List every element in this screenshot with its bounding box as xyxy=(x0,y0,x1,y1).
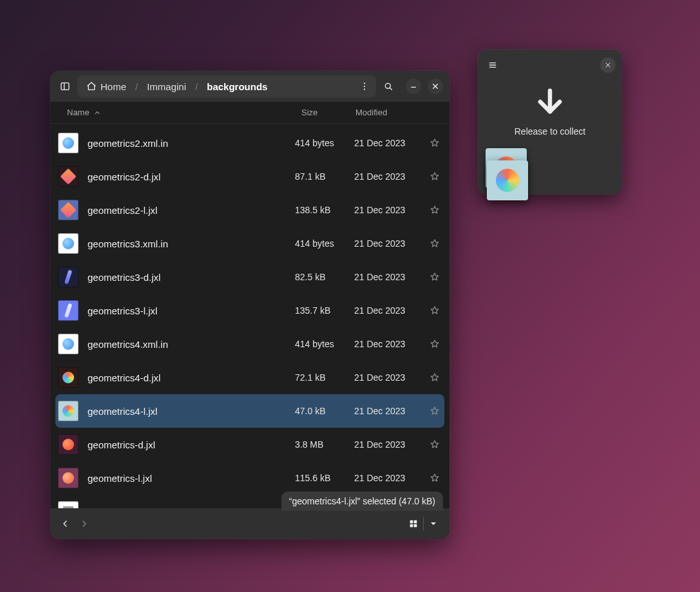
column-label: Name xyxy=(67,108,90,117)
star-button[interactable] xyxy=(428,171,442,182)
collect-menu-button[interactable] xyxy=(484,57,501,73)
selection-status: “geometrics4-l.jxl” selected (47.0 kB) xyxy=(281,492,443,511)
path-menu-button[interactable] xyxy=(357,75,372,97)
file-row[interactable]: geometrics3.xml.in414 bytes21 Dec 2023 xyxy=(55,227,444,260)
search-button[interactable] xyxy=(380,78,397,95)
chevron-right-icon xyxy=(79,519,90,529)
star-button[interactable] xyxy=(428,339,442,349)
grid-view-button[interactable] xyxy=(404,513,423,534)
column-modified-header[interactable]: Modified xyxy=(355,108,431,117)
file-row[interactable]: geometrics2-d.jxl87.1 kB21 Dec 2023 xyxy=(55,160,444,193)
svg-point-4 xyxy=(364,89,365,90)
minimize-icon xyxy=(408,81,419,91)
file-type-icon xyxy=(58,233,79,254)
collect-header xyxy=(484,56,616,74)
star-button[interactable] xyxy=(428,272,442,282)
file-type-icon xyxy=(58,166,79,187)
file-modified: 21 Dec 2023 xyxy=(354,406,419,416)
star-button[interactable] xyxy=(428,406,442,416)
nav-forward-button[interactable] xyxy=(76,515,93,532)
titlebar: Home / Immagini / backgrounds xyxy=(50,71,449,102)
svg-rect-10 xyxy=(410,520,413,524)
sidebar-toggle-button[interactable] xyxy=(57,78,73,95)
star-button[interactable] xyxy=(428,473,442,483)
file-row[interactable]: geometrics-l.jxl115.6 kB21 Dec 2023 xyxy=(55,461,444,495)
breadcrumb-separator: / xyxy=(134,81,139,92)
file-row[interactable]: geometrics3-d.jxl82.5 kB21 Dec 2023 xyxy=(55,260,444,294)
breadcrumb-segment[interactable]: Immagini xyxy=(142,79,191,95)
file-name: geometrics3-l.jxl xyxy=(88,305,286,316)
file-row[interactable]: geometrics-d.jxl3.8 MB21 Dec 2023 xyxy=(55,428,444,461)
file-row[interactable]: geometrics2.xml.in414 bytes21 Dec 2023 xyxy=(55,126,444,160)
file-row[interactable]: geometrics2-l.jxl138.5 kB21 Dec 2023 xyxy=(55,193,444,227)
star-button[interactable] xyxy=(428,372,442,383)
search-icon xyxy=(383,81,393,91)
file-modified: 21 Dec 2023 xyxy=(354,473,419,483)
file-size: 87.1 kB xyxy=(295,171,345,182)
arrow-down-icon xyxy=(533,85,567,119)
collect-dropzone[interactable]: Release to collect xyxy=(484,74,616,147)
file-size: 72.1 kB xyxy=(295,372,345,383)
home-icon xyxy=(86,81,97,91)
breadcrumb: Home / Immagini / backgrounds xyxy=(77,75,376,97)
svg-rect-12 xyxy=(410,524,413,528)
svg-rect-11 xyxy=(414,520,417,524)
file-type-icon xyxy=(58,401,79,421)
star-icon xyxy=(430,238,440,249)
star-icon xyxy=(430,305,440,316)
close-icon xyxy=(430,81,440,91)
file-modified: 21 Dec 2023 xyxy=(354,171,419,182)
column-size-header[interactable]: Size xyxy=(301,108,355,117)
file-size: 82.5 kB xyxy=(295,272,345,282)
file-type-icon xyxy=(58,367,79,388)
file-modified: 21 Dec 2023 xyxy=(354,238,419,249)
view-switcher xyxy=(404,513,443,534)
file-size: 414 bytes xyxy=(295,138,345,148)
file-modified: 21 Dec 2023 xyxy=(354,305,419,316)
sort-asc-icon xyxy=(93,109,101,117)
breadcrumb-current[interactable]: backgrounds xyxy=(202,79,272,95)
nav-back-button[interactable] xyxy=(57,515,73,532)
file-manager-window: Home / Immagini / backgrounds xyxy=(50,71,449,539)
svg-point-3 xyxy=(364,86,365,87)
star-button[interactable] xyxy=(428,305,442,316)
file-type-icon xyxy=(58,267,79,287)
file-modified: 21 Dec 2023 xyxy=(354,272,419,282)
close-button[interactable] xyxy=(428,79,443,94)
window-controls xyxy=(406,79,443,94)
star-icon xyxy=(430,439,440,450)
star-button[interactable] xyxy=(428,439,442,450)
star-icon xyxy=(430,205,440,215)
svg-line-6 xyxy=(390,88,392,90)
file-name: geometrics3.xml.in xyxy=(88,238,286,249)
column-headers: Name Size Modified xyxy=(50,102,449,124)
file-modified: 21 Dec 2023 xyxy=(354,205,419,215)
star-button[interactable] xyxy=(428,238,442,249)
file-type-icon xyxy=(58,300,79,321)
file-modified: 21 Dec 2023 xyxy=(354,372,419,383)
breadcrumb-home[interactable]: Home xyxy=(81,79,131,95)
star-icon xyxy=(430,272,440,282)
file-type-icon xyxy=(58,200,79,220)
file-row[interactable]: geometrics3-l.jxl135.7 kB21 Dec 2023 xyxy=(55,294,444,327)
star-button[interactable] xyxy=(428,138,442,148)
file-size: 414 bytes xyxy=(295,339,345,349)
file-row[interactable]: geometrics4-l.jxl47.0 kB21 Dec 2023 xyxy=(55,394,444,428)
minimize-button[interactable] xyxy=(406,79,421,94)
svg-rect-0 xyxy=(61,83,69,90)
file-size: 414 bytes xyxy=(295,238,345,249)
kebab-icon xyxy=(359,81,370,91)
file-row[interactable]: geometrics4-d.jxl72.1 kB21 Dec 2023 xyxy=(55,361,444,394)
column-name-header[interactable]: Name xyxy=(67,108,301,117)
footer-toolbar xyxy=(50,508,449,539)
file-type-icon xyxy=(58,334,79,354)
file-name: geometrics3-d.jxl xyxy=(88,272,286,283)
collect-close-button[interactable] xyxy=(600,57,616,73)
file-row[interactable]: geometrics4.xml.in414 bytes21 Dec 2023 xyxy=(55,327,444,361)
file-name: geometrics4-l.jxl xyxy=(88,406,286,417)
file-list[interactable]: geometrics2.xml.in414 bytes21 Dec 2023ge… xyxy=(50,124,449,508)
star-button[interactable] xyxy=(428,205,442,215)
view-options-button[interactable] xyxy=(424,513,443,534)
file-name: geometrics2.xml.in xyxy=(88,138,286,149)
sidebar-icon xyxy=(60,81,70,91)
